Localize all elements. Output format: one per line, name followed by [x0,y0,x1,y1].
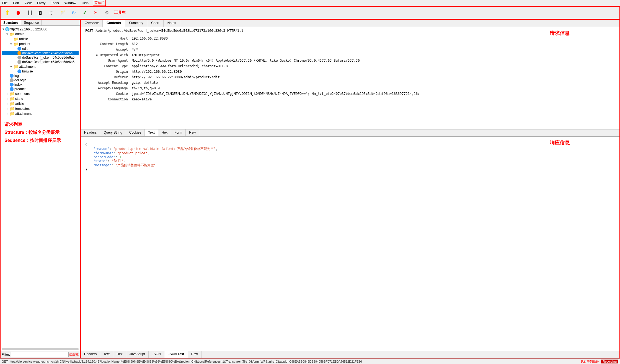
table-row-cookie: Cookie jpuid="ZDlwZmU3YjZkMGE5MzU2MzY5MD… [86,91,614,96]
response-area: 响应信息 { "reason": "product.price validate… [81,137,619,351]
expand-commons[interactable]: + [6,92,9,95]
menu-proxy[interactable]: Proxy [36,1,47,5]
tree-node-browse[interactable]: browse [2,69,79,74]
header-val-cookie: jpuid="ZDlwZmU3YjZkMGE5MzU2MzY5MDU2ZGJjY… [131,91,614,96]
subtab-text[interactable]: Text [145,129,158,136]
expand-attachment2[interactable]: + [6,112,9,115]
subtab-query[interactable]: Query String [100,129,126,136]
tree-node-product[interactable]: ▼ 📁 product [2,41,79,46]
expand-login[interactable] [6,74,9,77]
navigate-button[interactable]: ⬆ [2,8,12,18]
tree-node-admin[interactable]: ▼ 📁 admin [2,32,79,37]
tree-node-templates[interactable]: + 📁 templates [2,106,79,111]
menu-chinese[interactable]: 菜单栏 [93,0,106,6]
tree-node-article2[interactable]: + 📁 article [2,101,79,106]
expand-dosave3[interactable] [13,60,17,64]
subtab-hex[interactable]: Hex [158,129,171,136]
tree-node-index[interactable]: index [2,82,79,87]
response-json: { "reason": "product.price validate fail… [85,139,615,175]
tab-chart[interactable]: Chart [147,20,163,27]
circle-dosave1-icon [17,51,21,55]
tree-node-article[interactable]: + 📁 article [2,37,79,41]
tree-node-dosave2[interactable]: doSave?csrf_token=54c5be5de6a5 [2,55,79,60]
tree-node-attachment[interactable]: ▼ 📁 attachment [2,64,79,69]
tree-node-dosave1[interactable]: doSave?csrf_token=54c5be5de6a [2,51,79,55]
expand-article[interactable]: + [9,37,13,41]
menu-help[interactable]: Help [81,1,90,5]
expand-templates[interactable]: + [6,107,9,110]
bottom-subtab-json[interactable]: JSON [149,351,164,358]
filter-hint: 过滤栏 [69,352,79,357]
stop-button[interactable]: ⬡ [46,8,56,18]
node-label-product: product [19,42,30,46]
scrollbar-thumb[interactable] [2,348,79,350]
menu-tools[interactable]: Tools [50,1,60,5]
expand-article2[interactable]: + [6,102,9,105]
node-label-root: http://192.166.66.22:8080 [9,27,47,31]
request-area: 请求信息 POST /admin/product/doSave?csrf_tok… [81,27,619,129]
subtab-raw[interactable]: Raw [186,129,199,136]
settings-button[interactable]: ✂ [91,8,101,18]
header-val-host: 192.166.66.22:8080 [131,36,614,41]
menu-edit[interactable]: Edit [12,1,20,5]
tree-node-edit[interactable]: edit [2,46,79,51]
menu-file[interactable]: File [1,1,9,5]
folder-attachment2-icon: 📁 [10,111,14,116]
bottom-subtab-text[interactable]: Text [100,351,113,358]
bottom-subtab-headers[interactable]: Headers [81,351,100,358]
expand-product[interactable]: ▼ [9,42,13,46]
tab-summary[interactable]: Summary [125,20,147,27]
tab-contents[interactable]: Contents [103,20,125,27]
expand-root[interactable]: ▼ [2,28,5,31]
panel-tabs: Structure Sequence [1,20,80,26]
check-button[interactable]: ✓ [80,8,90,18]
request-headers-table: Host 192.166.66.22:8080 Content-Length 6… [81,34,619,103]
expand-dologin[interactable] [6,79,9,82]
menu-window[interactable]: Window [63,1,78,5]
status-task-label: 执行中的任务 [578,359,601,363]
tree-node-dosave3[interactable]: doSave?csrf_token=54c5be5de6a5 [2,60,79,64]
clear-button[interactable]: 🗑 [35,8,45,18]
tree-node-login[interactable]: login [2,74,79,78]
expand-static[interactable]: + [6,97,9,100]
tree-node-attachment2[interactable]: + 📁 attachment [2,111,79,116]
subtab-form[interactable]: Form [171,129,186,136]
circle-dosave2-icon [17,56,21,59]
expand-attachment[interactable]: ▼ [9,65,13,68]
tree-area[interactable]: ▼ 🌐 http://192.166.66.22:8080 ▼ 📁 admin … [1,26,80,347]
request-annotation: 请求信息 [550,30,570,37]
tree-node-dologin[interactable]: doLogin [2,78,79,82]
tab-structure[interactable]: Structure [1,20,21,25]
gear-button[interactable]: ⚙ [102,8,112,18]
tree-node-commons[interactable]: + 📁 commons [2,91,79,96]
tab-overview[interactable]: Overview [81,20,103,27]
filter-input[interactable] [11,352,69,357]
tree-node-static[interactable]: + 📁 static [2,96,79,101]
bottom-subtab-hex[interactable]: Hex [113,351,126,358]
expand-admin[interactable]: ▼ [6,32,9,36]
expand-edit[interactable] [13,47,17,50]
refresh-button[interactable]: ↻ [69,8,79,18]
filter-bar: Filter: 过滤栏 [1,351,80,358]
menu-view[interactable]: View [23,1,33,5]
bottom-subtab-json-text[interactable]: JSON Text [164,351,188,358]
bottom-subtab-raw[interactable]: Raw [188,351,202,358]
wand-button[interactable]: 🪄 [58,8,68,18]
tab-notes[interactable]: Notes [164,20,180,27]
circle-dosave3-icon [17,60,21,64]
expand-product2[interactable] [6,87,9,91]
subtab-headers[interactable]: Headers [81,129,100,136]
tab-sequence[interactable]: Sequence [21,20,42,25]
bottom-subtab-javascript[interactable]: JavaScript [126,351,149,358]
record-button[interactable]: ⏺ [13,8,23,18]
pause-button[interactable]: ▐▐ [24,8,34,18]
tree-node-root[interactable]: ▼ 🌐 http://192.166.66.22:8080 [2,27,79,32]
subtab-cookies[interactable]: Cookies [126,129,145,136]
expand-dosave2[interactable] [13,56,17,59]
tree-node-product2[interactable]: product [2,87,79,91]
folder-commons-icon: 📁 [10,92,14,96]
header-key-content-type: Content-Type [86,64,130,69]
expand-index[interactable] [6,83,9,86]
expand-dosave1[interactable] [13,51,17,55]
expand-browse[interactable] [13,70,17,73]
